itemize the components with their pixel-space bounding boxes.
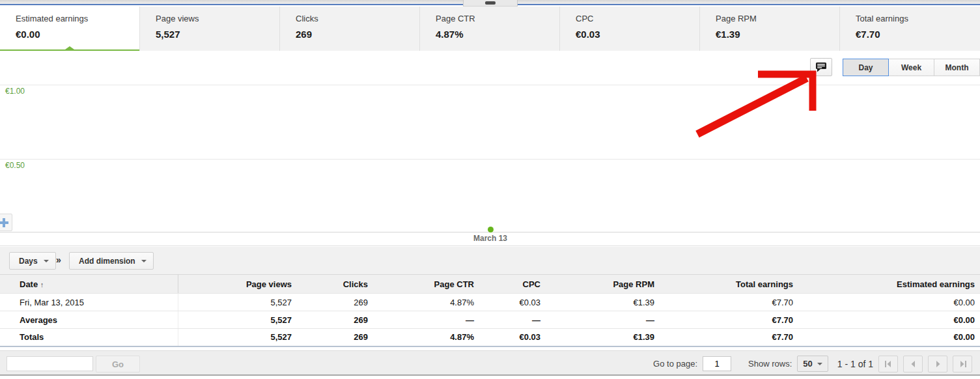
- table-row-totals: Totals 5,527 269 4.87% €0.03 €1.39 €7.70…: [0, 329, 980, 346]
- card-total-earnings[interactable]: Total earnings €7.70: [840, 7, 980, 51]
- next-page-icon: [934, 361, 942, 367]
- card-page-ctr[interactable]: Page CTR 4.87%: [420, 7, 560, 51]
- next-page-button[interactable]: [928, 356, 947, 372]
- granularity-month-button[interactable]: Month: [934, 59, 980, 76]
- last-page-icon: [959, 361, 966, 367]
- report-table: Date ↑ Page views Clicks Page CTR CPC Pa…: [0, 274, 980, 347]
- cell-page-views: 5,527: [178, 294, 297, 311]
- chevron-down-icon: [44, 260, 49, 262]
- table-row-date: Fri, Mar 13, 2015 5,527 269 4.87% €0.03 …: [0, 294, 980, 311]
- earnings-chart: €1.00 €0.50 March 13 Day Week Month: [0, 51, 980, 246]
- card-label: Estimated earnings: [16, 14, 139, 23]
- card-label: Page RPM: [716, 14, 839, 23]
- adsense-performance-report: Estimated earnings €0.00 Page views 5,52…: [0, 0, 980, 379]
- cell-cpc: €0.03: [479, 329, 546, 346]
- chevron-down-icon: [817, 363, 822, 365]
- cell-estimated-earnings: €0.00: [798, 294, 980, 311]
- go-to-page-label: Go to page:: [653, 359, 697, 369]
- card-label: Clicks: [296, 14, 419, 23]
- days-dimension-dropdown[interactable]: Days: [9, 252, 56, 270]
- card-value: €0.03: [576, 29, 699, 40]
- card-page-views[interactable]: Page views 5,527: [140, 7, 280, 51]
- red-annotation-arrow: [0, 51, 980, 246]
- cell-page-ctr: —: [373, 311, 479, 329]
- go-button[interactable]: Go: [96, 356, 140, 372]
- cell-page-rpm: €1.39: [546, 329, 660, 346]
- dimension-separator: »: [56, 255, 61, 265]
- cell-label: Totals: [0, 329, 178, 346]
- cell-page-views: 5,527: [178, 329, 297, 346]
- column-header-estimated-earnings[interactable]: Estimated earnings: [798, 275, 980, 294]
- card-value: €7.70: [856, 29, 980, 40]
- granularity-week-button[interactable]: Week: [889, 59, 934, 76]
- filter-input[interactable]: [7, 356, 93, 371]
- column-header-page-rpm[interactable]: Page RPM: [546, 275, 660, 294]
- y-tick-label: €0.50: [5, 161, 25, 170]
- column-header-date[interactable]: Date ↑: [0, 275, 178, 294]
- add-dimension-dropdown[interactable]: Add dimension: [69, 252, 154, 270]
- cell-estimated-earnings: €0.00: [798, 311, 980, 329]
- card-label: Total earnings: [856, 14, 980, 23]
- x-tick-label: March 13: [473, 234, 507, 243]
- table-footer: Go Go to page: Show rows: 50 1 - 1 of 1: [0, 350, 980, 376]
- cell-page-rpm: €1.39: [546, 294, 660, 311]
- first-page-icon: [885, 361, 892, 367]
- row-range-text: 1 - 1 of 1: [837, 359, 873, 369]
- panel-collapse-tab[interactable]: [463, 0, 518, 7]
- cell-cpc: —: [479, 311, 546, 329]
- card-value: 5,527: [156, 29, 279, 40]
- pagination-controls: Go to page: Show rows: 50 1 - 1 of 1: [653, 351, 972, 376]
- card-page-rpm[interactable]: Page RPM €1.39: [700, 7, 840, 51]
- card-clicks[interactable]: Clicks 269: [280, 7, 420, 51]
- cell-total-earnings: €7.70: [660, 294, 798, 311]
- card-value: €1.39: [716, 29, 839, 40]
- card-label: CPC: [576, 14, 699, 23]
- cell-total-earnings: €7.70: [660, 311, 798, 329]
- granularity-day-button[interactable]: Day: [843, 59, 889, 76]
- show-rows-dropdown[interactable]: 50: [797, 356, 828, 372]
- column-header-cpc[interactable]: CPC: [479, 275, 546, 294]
- drag-handle-icon: [485, 1, 496, 5]
- card-value: 4.87%: [436, 29, 559, 40]
- column-header-page-ctr[interactable]: Page CTR: [373, 275, 479, 294]
- data-point-march-13[interactable]: [488, 227, 494, 232]
- plus-icon: [3, 218, 5, 227]
- card-value: €0.00: [16, 29, 139, 40]
- days-dropdown-label: Days: [19, 257, 38, 266]
- gridline-0-50: [0, 159, 980, 160]
- cell-page-ctr: 4.87%: [373, 294, 479, 311]
- column-header-page-views[interactable]: Page views: [178, 275, 297, 294]
- previous-page-icon: [910, 361, 917, 367]
- table-header-row: Date ↑ Page views Clicks Page CTR CPC Pa…: [0, 275, 980, 294]
- cell-cpc: €0.03: [479, 294, 546, 311]
- column-header-clicks[interactable]: Clicks: [297, 275, 373, 294]
- show-rows-label: Show rows:: [748, 359, 792, 369]
- column-label: Date: [20, 279, 38, 289]
- comment-annotation-button[interactable]: [810, 58, 832, 76]
- gridline-1-00: [0, 85, 980, 85]
- cell-label: Averages: [0, 311, 178, 329]
- card-label: Page views: [156, 14, 279, 23]
- sort-ascending-icon: ↑: [40, 281, 44, 288]
- cell-estimated-earnings: €0.00: [798, 329, 980, 346]
- card-value: 269: [296, 29, 419, 40]
- first-page-button[interactable]: [878, 356, 898, 372]
- cell-page-ctr: 4.87%: [373, 329, 479, 346]
- add-dimension-label: Add dimension: [79, 257, 135, 266]
- y-tick-label: €1.00: [5, 87, 25, 96]
- dimension-toolbar: Days » Add dimension: [0, 247, 980, 274]
- column-header-total-earnings[interactable]: Total earnings: [660, 275, 798, 294]
- previous-page-button[interactable]: [903, 356, 923, 372]
- show-rows-value: 50: [803, 359, 812, 369]
- cell-clicks: 269: [297, 329, 373, 346]
- cell-clicks: 269: [297, 294, 373, 311]
- cell-page-views: 5,527: [178, 311, 297, 329]
- page-number-input[interactable]: [703, 356, 731, 371]
- card-estimated-earnings[interactable]: Estimated earnings €0.00: [0, 7, 140, 51]
- chevron-down-icon: [141, 260, 147, 262]
- cell-page-rpm: —: [546, 311, 660, 329]
- card-cpc[interactable]: CPC €0.03: [560, 7, 700, 51]
- chart-zoom-plus-button[interactable]: [0, 214, 12, 231]
- annotation-comment-icon: [815, 62, 827, 72]
- last-page-button[interactable]: [953, 356, 972, 372]
